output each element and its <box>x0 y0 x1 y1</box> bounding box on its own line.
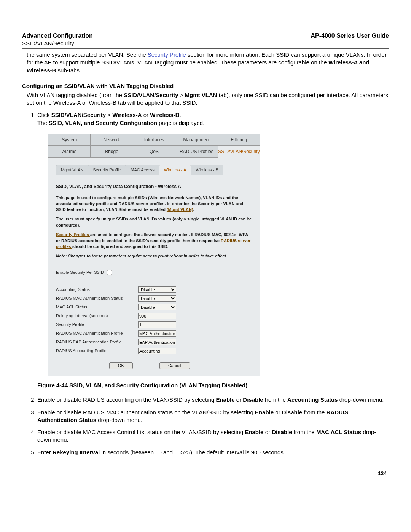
subtab-wireless-b[interactable]: Wireless - B <box>191 165 223 175</box>
sub-tabs: Mgmt VLAN Security Profile MAC Access Wi… <box>56 165 252 175</box>
mac-acl-status-label: MAC ACL Status <box>56 303 138 312</box>
tab-alarms[interactable]: Alarms <box>48 146 91 158</box>
radius-mac-auth-status-label: RADIUS MAC Authentication Status <box>56 294 138 303</box>
tab-interfaces[interactable]: Interfaces <box>133 134 175 146</box>
step-3: Enable or disable RADIUS MAC authenticat… <box>37 409 389 424</box>
radius-mac-auth-profile-input[interactable] <box>138 330 176 337</box>
rekeying-interval-label: Rekeying Interval (seconds) <box>56 312 138 320</box>
lower-tabs: Alarms Bridge QoS RADIUS Profiles SSID/V… <box>48 146 260 158</box>
tab-bridge[interactable]: Bridge <box>91 146 133 158</box>
step-4: Enable or disable MAC Access Control Lis… <box>37 428 389 444</box>
rekeying-interval-input[interactable] <box>138 313 176 319</box>
mac-acl-status-select[interactable]: Disable <box>138 304 176 310</box>
enable-security-checkbox[interactable] <box>107 270 112 275</box>
steps-list: Click SSID/VLAN/Security > Wireless-A or… <box>27 111 389 456</box>
section-paragraph: With VLAN tagging disabled (from the SSI… <box>27 91 389 107</box>
step-5: Enter Rekeying Interval in seconds (betw… <box>37 449 389 456</box>
security-profile-input[interactable] <box>138 321 176 328</box>
security-profile-label: Security Profile <box>56 320 138 329</box>
radius-accounting-profile-input[interactable] <box>138 348 176 354</box>
step-2: Enable or disable RADIUS accounting on t… <box>37 396 389 404</box>
security-profile-link[interactable]: Security Profile <box>148 51 186 58</box>
header-rule <box>22 48 389 49</box>
header-left: Advanced Configuration <box>22 32 93 39</box>
footer-rule <box>22 468 389 468</box>
header-sub: SSID/VLAN/Security <box>22 40 389 46</box>
radius-eap-auth-profile-label: RADIUS EAP Authentication Profile <box>56 338 138 347</box>
subtab-mac-access[interactable]: MAC Access <box>126 165 159 175</box>
step-1: Click SSID/VLAN/Security > Wireless-A or… <box>37 111 389 389</box>
header-right: AP-4000 Series User Guide <box>311 32 389 39</box>
panel-title: SSID, VLAN, and Security Data Configurat… <box>56 184 252 190</box>
tab-management[interactable]: Management <box>175 134 218 146</box>
subtab-wireless-a[interactable]: Wireless - A <box>159 165 191 175</box>
radius-mac-auth-profile-label: RADIUS MAC Authentication Profile <box>56 329 138 338</box>
section-heading: Configuring an SSID/VLAN with VLAN Taggi… <box>22 83 389 89</box>
ok-button[interactable]: OK <box>109 362 133 369</box>
subtab-security-profile[interactable]: Security Profile <box>88 165 126 175</box>
panel-note: Note: Changes to these parameters requir… <box>56 253 252 259</box>
panel-para3: Security Profiles are used to configure … <box>56 232 252 249</box>
accounting-status-label: Accounting Status <box>56 285 138 294</box>
intro-paragraph: the same system separated per VLAN. See … <box>27 51 389 74</box>
subtab-mgmt-vlan[interactable]: Mgmt VLAN <box>56 165 88 175</box>
panel-para2: The user must specify unique SSIDs and V… <box>56 216 252 228</box>
radius-mac-auth-status-select[interactable]: Disable <box>138 295 176 302</box>
screenshot-panel: System Network Interfaces Management Fil… <box>48 134 260 376</box>
tab-filtering[interactable]: Filtering <box>218 134 260 146</box>
upper-tabs: System Network Interfaces Management Fil… <box>48 134 260 146</box>
radius-eap-auth-profile-input[interactable] <box>138 339 176 345</box>
tab-radius-profiles[interactable]: RADIUS Profiles <box>175 146 218 158</box>
tab-qos[interactable]: QoS <box>133 146 175 158</box>
radius-accounting-profile-label: RADIUS Accounting Profile <box>56 347 138 355</box>
tab-system[interactable]: System <box>48 134 91 146</box>
mgmt-vlan-link[interactable]: (Mgmt VLAN) <box>167 207 193 212</box>
accounting-status-select[interactable]: Disable <box>138 286 176 293</box>
tab-ssid-vlan-security[interactable]: SSID/VLAN/Security <box>218 146 260 158</box>
page-number: 124 <box>22 470 389 476</box>
enable-security-label: Enable Security Per SSID <box>56 270 104 275</box>
tab-network[interactable]: Network <box>91 134 133 146</box>
security-profiles-link[interactable]: Security Profiles <box>56 232 90 237</box>
settings-table: Accounting Status Disable RADIUS MAC Aut… <box>56 285 178 355</box>
cancel-button[interactable]: Cancel <box>159 362 190 369</box>
figure-caption: Figure 4-44 SSID, VLAN, and Security Con… <box>37 382 389 389</box>
panel-para1: This page is used to configure multiple … <box>56 195 252 212</box>
